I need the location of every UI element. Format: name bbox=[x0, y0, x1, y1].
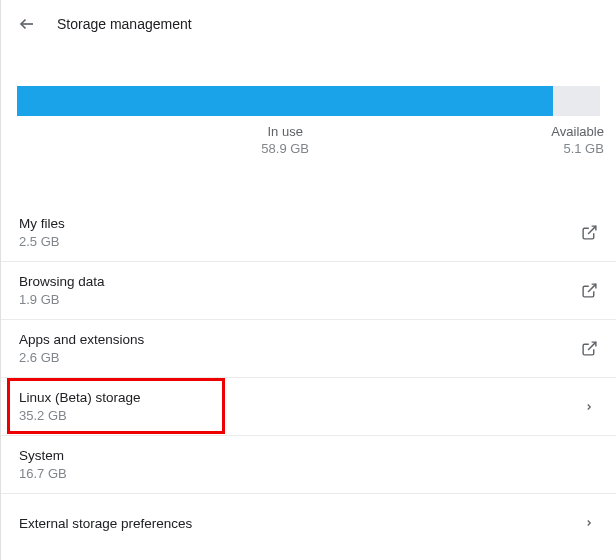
storage-bar-used bbox=[17, 86, 553, 116]
no-icon bbox=[580, 456, 598, 474]
item-sub: 1.9 GB bbox=[19, 292, 105, 307]
item-title: My files bbox=[19, 216, 65, 231]
storage-item-external-prefs[interactable]: External storage preferences bbox=[1, 494, 616, 552]
external-link-icon bbox=[580, 340, 598, 358]
storage-bar bbox=[17, 86, 600, 116]
page-title: Storage management bbox=[57, 16, 192, 32]
svg-line-1 bbox=[588, 226, 596, 234]
svg-line-2 bbox=[588, 284, 596, 292]
item-sub: 16.7 GB bbox=[19, 466, 67, 481]
in-use-label-group: In use 58.9 GB bbox=[17, 124, 553, 156]
item-sub: 2.5 GB bbox=[19, 234, 65, 249]
available-label: Available bbox=[551, 124, 604, 139]
svg-line-3 bbox=[588, 342, 596, 350]
storage-list: My files 2.5 GB Browsing data 1.9 GB App bbox=[1, 204, 616, 552]
item-title: Linux (Beta) storage bbox=[19, 390, 141, 405]
item-text: Apps and extensions 2.6 GB bbox=[19, 332, 144, 365]
item-title: System bbox=[19, 448, 67, 463]
item-title: Apps and extensions bbox=[19, 332, 144, 347]
item-title: Browsing data bbox=[19, 274, 105, 289]
item-title: External storage preferences bbox=[19, 516, 192, 531]
storage-item-apps-extensions[interactable]: Apps and extensions 2.6 GB bbox=[1, 320, 616, 378]
item-sub: 2.6 GB bbox=[19, 350, 144, 365]
chevron-right-icon bbox=[580, 514, 598, 532]
storage-item-my-files[interactable]: My files 2.5 GB bbox=[1, 204, 616, 262]
item-text: External storage preferences bbox=[19, 516, 192, 531]
storage-item-linux-beta[interactable]: Linux (Beta) storage 35.2 GB bbox=[1, 378, 616, 436]
in-use-label: In use bbox=[17, 124, 553, 139]
storage-item-browsing-data[interactable]: Browsing data 1.9 GB bbox=[1, 262, 616, 320]
storage-labels: In use 58.9 GB Available 5.1 GB bbox=[17, 124, 600, 156]
item-text: Linux (Beta) storage 35.2 GB bbox=[19, 390, 141, 423]
header: Storage management bbox=[1, 0, 616, 48]
storage-item-system[interactable]: System 16.7 GB bbox=[1, 436, 616, 494]
in-use-value: 58.9 GB bbox=[17, 141, 553, 156]
external-link-icon bbox=[580, 224, 598, 242]
item-text: System 16.7 GB bbox=[19, 448, 67, 481]
available-value: 5.1 GB bbox=[551, 141, 604, 156]
item-text: My files 2.5 GB bbox=[19, 216, 65, 249]
available-label-group: Available 5.1 GB bbox=[551, 124, 604, 156]
external-link-icon bbox=[580, 282, 598, 300]
item-text: Browsing data 1.9 GB bbox=[19, 274, 105, 307]
item-sub: 35.2 GB bbox=[19, 408, 141, 423]
storage-bar-section: In use 58.9 GB Available 5.1 GB bbox=[1, 48, 616, 156]
arrow-left-icon bbox=[18, 15, 36, 33]
chevron-right-icon bbox=[580, 398, 598, 416]
back-button[interactable] bbox=[17, 14, 37, 34]
